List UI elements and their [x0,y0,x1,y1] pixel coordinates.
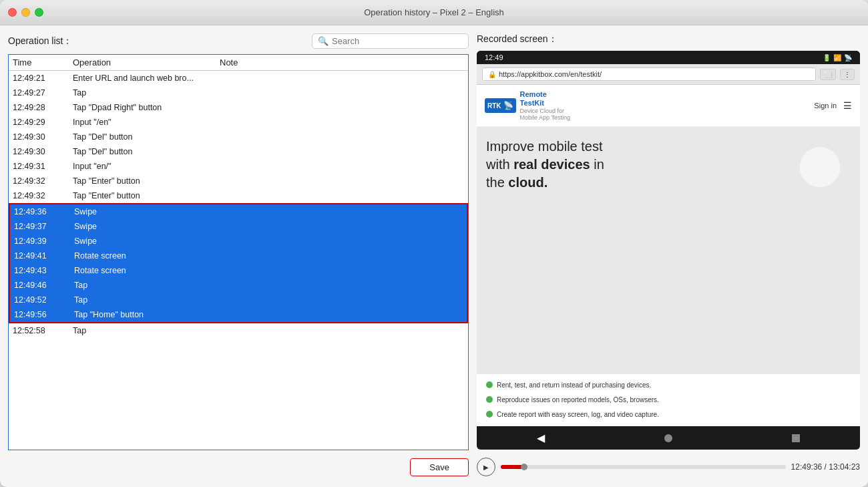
logo-main-line1: RemoteTestKit [520,90,570,108]
feature-text: Create report with easy screen, log, and… [497,410,659,420]
traffic-lights [8,8,43,17]
cell-operation: Tap [74,295,221,305]
play-button[interactable]: ▶ [477,458,495,476]
phone-status-bar: 12:49 🔋 📶 📡 [477,51,860,64]
cell-time: 12:49:46 [14,281,74,290]
cell-time: 12:49:56 [14,310,74,319]
cell-operation: Swipe [74,207,221,216]
operation-list-title: Operation list： [8,35,72,47]
close-button[interactable] [8,8,17,17]
table-row[interactable]: 12:49:27Tap [9,86,468,100]
feature-item: Rent, test, and return instead of purcha… [486,381,851,390]
home-icon[interactable] [664,434,672,442]
table-row[interactable]: 12:49:32Tap "Enter" button [9,174,468,188]
cell-time: 12:49:28 [13,103,73,112]
battery-icon: 🔋 [823,54,831,61]
site-nav: Sign in ☰ [814,100,852,111]
cell-time: 12:49:32 [13,176,73,186]
hero-line1: Improve mobile testwith real devices int… [486,139,604,190]
feature-item: Reproduce issues on reported models, OSs… [486,395,851,405]
cell-time: 12:49:52 [14,295,74,305]
cell-time: 12:49:21 [13,73,73,83]
operation-table: Time Operation Note 12:49:21Enter URL an… [8,54,469,450]
table-row[interactable]: 12:49:41Rotate screen [10,249,467,263]
table-row[interactable]: 12:49:37Swipe [10,219,467,234]
table-row[interactable]: 12:49:30Tap "Del" button [9,130,468,144]
cell-time: 12:49:43 [14,266,74,275]
table-row[interactable]: 12:49:29Input "/en" [9,115,468,130]
browser-menu-btn[interactable]: ⋮ [840,69,855,80]
cell-time: 12:49:41 [14,251,74,261]
table-row[interactable]: 12:49:46Tap [10,278,467,293]
left-panel: Operation list： 🔍 Time Operation Note 12… [8,33,469,479]
back-icon[interactable]: ◀ [537,432,545,444]
total-time: 13:04:23 [829,462,860,472]
maximize-button[interactable] [35,8,43,17]
col-operation: Operation [73,57,220,67]
table-row[interactable]: 12:49:52Tap [10,293,467,307]
save-button[interactable]: Save [410,458,469,476]
table-row[interactable]: 12:52:58Tap [9,323,468,338]
table-row[interactable]: 12:49:31Input "en/" [9,159,468,174]
table-row[interactable]: 12:49:32Tap "Enter" button [9,188,468,203]
table-row[interactable]: 12:49:21Enter URL and launch web bro... [9,71,468,86]
hamburger-icon[interactable]: ☰ [843,100,852,111]
feature-item: Create report with easy screen, log, and… [486,410,851,420]
table-row[interactable]: 12:49:56Tap "Home" button [10,307,467,322]
logo-text: RemoteTestKit Device Cloud forMobile App… [520,90,570,121]
recorded-screen-title: Recorded screen： [477,33,860,45]
progress-handle[interactable] [521,464,527,470]
browser-tab-btn[interactable]: ⬜ [820,69,836,80]
lock-icon: 🔒 [488,71,496,78]
minimize-button[interactable] [21,8,30,17]
hero-section: Improve mobile testwith real devices int… [477,127,860,374]
logo-box: RTK 📡 [485,98,516,113]
table-row[interactable]: 12:49:30Tap "Del" button [9,144,468,159]
search-box[interactable]: 🔍 [312,33,469,49]
titlebar: Operation history – Pixel 2 – English [0,0,868,25]
main-content: Operation list： 🔍 Time Operation Note 12… [0,25,868,487]
features-section: Rent, test, and return instead of purcha… [477,374,860,426]
cell-operation: Rotate screen [74,266,221,275]
search-input[interactable] [332,36,463,46]
browser-bar: 🔒 https://appkitbox.com/en/testkit/ ⬜ ⋮ [477,64,860,85]
phone-browser: 🔒 https://appkitbox.com/en/testkit/ ⬜ ⋮ … [477,64,860,450]
cell-time: 12:49:36 [14,207,74,216]
url-bar[interactable]: 🔒 https://appkitbox.com/en/testkit/ [482,67,816,81]
status-time: 12:49 [485,53,503,61]
signal-icon: 📶 [833,54,841,61]
sign-in-link[interactable]: Sign in [814,102,837,110]
selected-group: 12:49:36Swipe12:49:37Swipe12:49:39Swipe1… [9,203,468,323]
table-row[interactable]: 12:49:39Swipe [10,234,467,249]
logo-tagline: Device Cloud forMobile App Testing [520,108,570,121]
cell-operation: Enter URL and launch web bro... [73,73,220,83]
save-area: Save [8,456,469,479]
table-row[interactable]: 12:49:28Tap "Dpad Right" button [9,100,468,115]
table-row[interactable]: 12:49:43Rotate screen [10,263,467,278]
cell-operation: Tap "Del" button [73,132,220,142]
logo-rtk: RTK [487,102,501,110]
status-icons: 🔋 📶 📡 [823,54,852,61]
cell-time: 12:49:29 [13,118,73,127]
cell-operation: Swipe [74,222,221,231]
table-header: Time Operation Note [9,55,468,71]
phone-screen: 12:49 🔋 📶 📡 🔒 https://appkitbox.com/en/t… [477,51,860,450]
cell-operation: Tap "Enter" button [73,191,220,200]
cell-operation: Tap "Enter" button [73,176,220,186]
logo-wifi-icon: 📡 [503,101,513,110]
circle-overlay [800,147,840,187]
table-row[interactable]: 12:49:36Swipe [10,204,467,219]
phone-nav-bar: ◀ [477,426,860,450]
progress-bar[interactable] [501,465,786,469]
recents-icon[interactable] [792,434,800,442]
cell-operation: Tap "Del" button [73,147,220,156]
cell-operation: Rotate screen [74,251,221,261]
feature-text: Reproduce issues on reported models, OSs… [497,395,659,405]
cell-time: 12:49:32 [13,191,73,200]
cell-time: 12:49:27 [13,88,73,98]
cell-operation: Tap [73,88,220,98]
cell-time: 12:49:31 [13,162,73,171]
feature-dot [486,381,493,388]
cell-operation: Swipe [74,236,221,246]
col-time: Time [13,57,73,67]
